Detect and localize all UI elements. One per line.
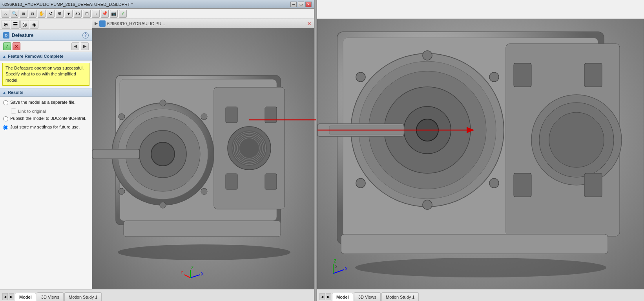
close-button[interactable]: ✕	[305, 2, 312, 7]
cube-icon[interactable]: ◻	[83, 10, 91, 18]
save-separate-radio[interactable]	[3, 100, 8, 105]
svg-rect-56	[514, 63, 531, 87]
home-icon[interactable]: ⌂	[2, 10, 9, 18]
removal-section-header[interactable]: ▲ Feature Removal Complete	[0, 52, 92, 61]
results-chevron: ▲	[2, 90, 6, 95]
rotate-icon[interactable]: ↺	[47, 10, 55, 18]
link-original-checkbox[interactable]	[11, 108, 16, 114]
svg-point-10	[201, 114, 207, 120]
restore-button[interactable]: ▭	[298, 2, 304, 7]
tab-prev-button[interactable]: ◀	[2, 293, 8, 300]
bottom-tabs-right: ◀ ▶ Model 3D Views Motion Study 1	[317, 289, 644, 301]
svg-rect-24	[226, 174, 237, 189]
bottom-tabs-left: ◀ ▶ Model 3D Views Motion Study 1	[0, 289, 314, 301]
right-toolbar	[317, 0, 644, 19]
vp-close-button[interactable]: ✕	[307, 20, 312, 27]
svg-point-50	[356, 178, 365, 188]
help-icon[interactable]: ?	[82, 32, 89, 39]
warning-message: The Defeature operation was successful. …	[2, 63, 89, 86]
check-toolbar-icon[interactable]: ✓	[119, 10, 127, 18]
svg-text:X: X	[345, 267, 348, 271]
viewport-left[interactable]: X Y Z	[92, 28, 314, 289]
back-button[interactable]: ◀	[71, 42, 79, 50]
svg-point-7	[151, 142, 175, 166]
settings-icon[interactable]: ⚙	[56, 10, 64, 18]
publish-3d-label: Publish the model to 3DContentCentral.	[10, 116, 86, 121]
tab-3dviews-left[interactable]: 3D Views	[37, 292, 64, 301]
results-content: Save the model as a separate file. Link …	[0, 97, 92, 136]
svg-rect-8	[92, 149, 139, 159]
svg-point-12	[160, 202, 166, 208]
main-toolbar: ⌂ 🔍 ⊞ ⊟ ✋ ↺ ⚙ ▼ 3D ◻ → 📌 📷 ✓	[0, 9, 314, 19]
pump-3d-view-left: X Y Z	[92, 28, 314, 289]
tab-next-button[interactable]: ▶	[9, 293, 14, 300]
defeature-header: D Defeature ?	[0, 30, 92, 41]
defeature-panel: ⊕ ☰ ◎ ◈ D Defeature ? ✓ ✕ ◀ ▶ ▲ Feature …	[0, 19, 92, 301]
tab-motionstudy-right[interactable]: Motion Study 1	[381, 292, 419, 301]
svg-point-14	[119, 114, 125, 120]
svg-point-9	[160, 100, 166, 106]
svg-point-51	[356, 72, 365, 82]
minimize-button[interactable]: ─	[290, 2, 297, 7]
accept-button[interactable]: ✓	[3, 42, 11, 50]
tab-3dviews-right[interactable]: 3D Views	[354, 292, 381, 301]
zoom-window-icon[interactable]: ⊟	[29, 10, 36, 18]
results-section-header[interactable]: ▲ Results	[0, 88, 92, 97]
radio-publish-3d: Publish the model to 3DContentCentral.	[3, 116, 89, 121]
svg-point-17	[232, 130, 267, 166]
vp-model-icon	[99, 20, 106, 27]
svg-point-47	[489, 72, 499, 82]
svg-point-46	[423, 51, 432, 60]
publish-3d-radio[interactable]	[3, 116, 8, 121]
pump-3d-view-right: 2 X Z	[317, 0, 644, 290]
tab-model-right[interactable]: Model	[332, 293, 353, 301]
svg-point-49	[423, 200, 432, 209]
forward-button[interactable]: ▶	[81, 42, 89, 50]
panel-icon-2[interactable]: ☰	[11, 20, 20, 29]
warning-text: The Defeature operation was successful. …	[5, 66, 84, 83]
svg-point-55	[549, 112, 604, 167]
svg-text:Z: Z	[334, 259, 336, 263]
cancel-button[interactable]: ✕	[13, 42, 20, 50]
svg-text:2: 2	[335, 264, 338, 269]
just-store-radio[interactable]	[3, 125, 8, 130]
viewport-topbar: ▶ 6296K610_HYDRAULIC PU... ✕	[92, 19, 314, 28]
svg-rect-23	[226, 107, 237, 123]
panel-toolbar: ⊕ ☰ ◎ ◈	[0, 19, 92, 30]
window-separator	[314, 0, 317, 301]
svg-rect-26	[265, 174, 277, 189]
tab-model-left[interactable]: Model	[15, 293, 36, 301]
radio-save-separate: Save the model as a separate file.	[3, 100, 89, 105]
svg-point-48	[489, 178, 499, 188]
title-bar-left: 6296K610_HYDRAULIC PUMP_2016_DEFEATURED_…	[0, 0, 314, 9]
svg-rect-59	[584, 173, 602, 197]
svg-text:X: X	[201, 272, 204, 276]
filter-icon[interactable]: ▼	[65, 10, 73, 18]
svg-rect-25	[265, 107, 277, 123]
tab-motionstudy-left[interactable]: Motion Study 1	[64, 292, 102, 301]
pin-icon[interactable]: 📌	[101, 10, 109, 18]
tab-prev-button-right[interactable]: ◀	[319, 293, 325, 300]
link-original-option: Link to original	[11, 108, 89, 114]
zoom-fit-icon[interactable]: ⊞	[20, 10, 27, 18]
link-original-label: Link to original	[18, 109, 46, 114]
zoom-in-icon[interactable]: 🔍	[11, 10, 18, 18]
tab-next-button-right[interactable]: ▶	[326, 293, 331, 300]
svg-point-28	[118, 244, 290, 260]
viewport-right[interactable]: 2 X Z	[317, 0, 644, 301]
panel-icon-1[interactable]: ⊕	[2, 20, 10, 29]
svg-rect-58	[584, 63, 602, 87]
panel-icon-3[interactable]: ◎	[20, 20, 29, 29]
vp-model-name: 6296K610_HYDRAULIC PU...	[107, 21, 305, 26]
panel-icon-4[interactable]: ◈	[30, 20, 38, 29]
pan-icon[interactable]: ✋	[38, 10, 46, 18]
svg-point-61	[355, 258, 606, 277]
vp-arrow: ▶	[95, 21, 98, 26]
svg-rect-57	[514, 173, 531, 197]
svg-text:Y: Y	[181, 270, 183, 275]
svg-rect-60	[341, 234, 608, 254]
arrow-icon[interactable]: →	[92, 10, 100, 18]
3d-view-icon[interactable]: 3D	[74, 10, 82, 18]
camera-icon[interactable]: 📷	[110, 10, 118, 18]
window-title: 6296K610_HYDRAULIC PUMP_2016_DEFEATURED_…	[2, 2, 290, 7]
